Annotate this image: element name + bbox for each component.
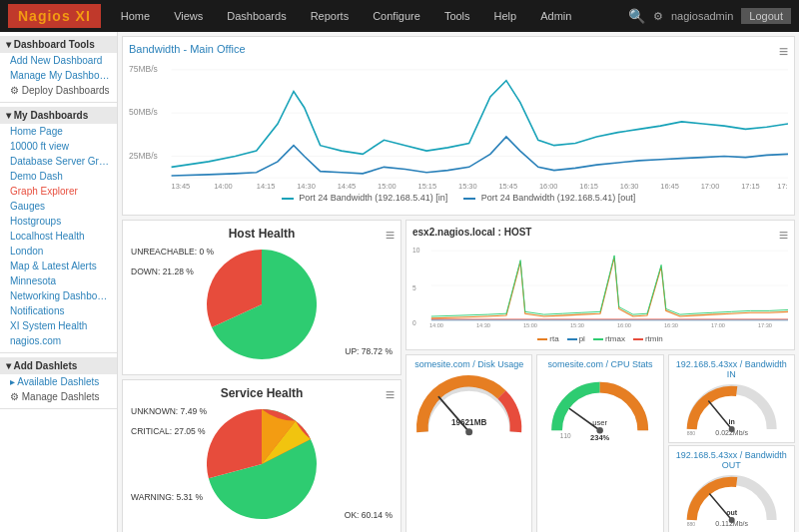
nav-configure[interactable]: Configure <box>361 4 432 28</box>
nav-home[interactable]: Home <box>109 4 162 28</box>
sidebar-manage-dashlets[interactable]: Manage Dashlets <box>0 389 117 404</box>
nav-help[interactable]: Help <box>482 4 529 28</box>
sidebar-london[interactable]: London <box>0 244 117 259</box>
nav-dashboards[interactable]: Dashboards <box>215 4 298 28</box>
svg-text:16:30: 16:30 <box>664 322 678 328</box>
svg-text:19621MB: 19621MB <box>451 418 486 427</box>
bottom-row: Host Health UNREACHABLE: 0 % <box>122 220 795 532</box>
legend-out: Port 24 Bandwidth (192.168.5.41) [out] <box>463 193 635 203</box>
legend-pl: pl <box>567 334 585 343</box>
host-health-svg <box>207 245 317 364</box>
svg-line-50 <box>709 494 731 520</box>
host-chart-svg: 10 5 0 <box>412 241 788 330</box>
nav-right: 🔍 ⚙ nagiosadmin Logout <box>628 8 791 24</box>
svg-text:17:00: 17:00 <box>711 322 725 328</box>
nav-reports[interactable]: Reports <box>299 4 362 28</box>
svg-text:17:30: 17:30 <box>758 322 772 328</box>
sidebar-demo-dash[interactable]: Demo Dash <box>0 169 117 184</box>
svg-text:50MB/s: 50MB/s <box>129 107 158 117</box>
host-health-title: Host Health <box>129 227 395 241</box>
gauges-row: somesite.com / Disk Usage <box>405 354 795 532</box>
service-critical-label: CRITICAL: 27.05 % <box>131 426 206 436</box>
host-down-label: DOWN: 21.28 % <box>131 266 194 276</box>
svg-text:16:30: 16:30 <box>620 182 639 189</box>
host-chart-dashlet: esx2.nagios.local : HOST 10 5 0 <box>405 220 795 350</box>
svg-text:110: 110 <box>560 432 571 439</box>
svg-text:15:30: 15:30 <box>570 322 584 328</box>
svg-text:880: 880 <box>686 521 695 527</box>
sidebar-localhost-health[interactable]: Localhost Health <box>0 229 117 244</box>
main-layout: ▾ Dashboard Tools Add New Dashboard Mana… <box>0 32 799 532</box>
svg-text:17:30: 17:30 <box>777 182 788 189</box>
svg-text:13:45: 13:45 <box>172 182 191 189</box>
sidebar-gauges[interactable]: Gauges <box>0 199 117 214</box>
nav-views[interactable]: Views <box>162 4 215 28</box>
disk-usage-title[interactable]: somesite.com / Disk Usage <box>410 359 527 369</box>
svg-text:14:45: 14:45 <box>338 182 357 189</box>
my-dashboards-title[interactable]: ▾ My Dashboards <box>0 107 117 124</box>
bw-in-title[interactable]: 192.168.5.43xx / Bandwidth IN <box>673 359 790 379</box>
sidebar-hostgroups[interactable]: Hostgroups <box>0 214 117 229</box>
svg-text:15:00: 15:00 <box>378 182 397 189</box>
svg-point-38 <box>465 428 472 435</box>
service-health-dashlet: Service Health UNKNO <box>122 379 401 533</box>
svg-text:0.112Mb/s: 0.112Mb/s <box>715 520 748 527</box>
svg-text:10: 10 <box>412 247 420 254</box>
host-chart-menu[interactable] <box>779 227 788 245</box>
sidebar-map-alerts[interactable]: Map & Latest Alerts <box>0 259 117 273</box>
add-dashlets-title[interactable]: ▾ Add Dashlets <box>0 357 117 374</box>
sidebar-available-dashlets[interactable]: Available Dashlets <box>0 374 117 389</box>
dashboard-tools-section: ▾ Dashboard Tools Add New Dashboard Mana… <box>0 32 117 103</box>
sidebar-xi-system[interactable]: XI System Health <box>0 318 117 333</box>
cpu-gauge-svg: user 110 234% <box>541 371 658 441</box>
svg-text:15:00: 15:00 <box>523 322 537 328</box>
logout-button[interactable]: Logout <box>741 8 791 24</box>
logo-text: Nagios <box>18 8 71 24</box>
bandwidth-menu[interactable] <box>779 43 788 61</box>
service-health-pie-area: UNKNOWN: 7.49 % CRITICAL: 27.05 % WARNIN… <box>129 404 395 524</box>
svg-text:14:30: 14:30 <box>297 182 316 189</box>
sidebar-10000ft[interactable]: 10000 ft view <box>0 139 117 154</box>
left-panels: Host Health UNREACHABLE: 0 % <box>122 220 401 532</box>
legend-in: Port 24 Bandwidth (192.168.5.41) [in] <box>282 193 448 203</box>
logo: Nagios XI <box>8 4 101 28</box>
svg-text:14:00: 14:00 <box>429 322 443 328</box>
nav-admin[interactable]: Admin <box>528 4 583 28</box>
bandwidth-dashlet: Bandwidth - Main Office 75MB/s 50MB/s 25… <box>122 36 795 216</box>
sidebar-deploy-dashboards[interactable]: Deploy Dashboards <box>0 83 117 98</box>
svg-text:16:45: 16:45 <box>660 182 679 189</box>
legend-rta: rta <box>537 334 558 343</box>
logo-suffix: XI <box>76 8 91 24</box>
nav-tools[interactable]: Tools <box>432 4 482 28</box>
bw-in-gauge: 192.168.5.43xx / Bandwidth IN in 0.022Mb… <box>668 354 795 443</box>
sidebar-home-page[interactable]: Home Page <box>0 124 117 139</box>
bw-out-title[interactable]: 192.168.5.43xx / Bandwidth OUT <box>673 450 790 470</box>
sidebar-nagios-com[interactable]: nagios.com <box>0 333 117 348</box>
bw-out-svg: out 0.112Mb/s 880 <box>673 472 790 527</box>
add-dashlets-section: ▾ Add Dashlets Available Dashlets Manage… <box>0 353 117 409</box>
right-panels: esx2.nagios.local : HOST 10 5 0 <box>405 220 795 532</box>
host-health-dashlet: Host Health UNREACHABLE: 0 % <box>122 220 401 375</box>
disk-usage-gauge: somesite.com / Disk Usage <box>405 354 532 532</box>
sidebar-manage-dashboards[interactable]: Manage My Dashboards <box>0 68 117 83</box>
sidebar-graph-explorer[interactable]: Graph Explorer <box>0 184 117 199</box>
sidebar-add-dashboard[interactable]: Add New Dashboard <box>0 53 117 68</box>
host-chart-title: esx2.nagios.local : HOST <box>412 227 788 238</box>
sidebar-database-server[interactable]: Database Server Group <box>0 154 117 169</box>
svg-text:16:00: 16:00 <box>539 182 558 189</box>
cpu-stats-title[interactable]: somesite.com / CPU Stats <box>541 359 658 369</box>
svg-text:in: in <box>728 418 734 425</box>
search-icon[interactable]: 🔍 <box>628 8 645 24</box>
sidebar-notifications[interactable]: Notifications <box>0 303 117 318</box>
host-health-menu[interactable] <box>386 227 395 245</box>
bandwidth-svg: 75MB/s 50MB/s 25MB/s 13:45 14:00 14:15 1… <box>129 59 788 189</box>
svg-text:25MB/s: 25MB/s <box>129 151 158 161</box>
top-nav: Nagios XI Home Views Dashboards Reports … <box>0 0 799 32</box>
sidebar-minnesota[interactable]: Minnesota <box>0 273 117 288</box>
sidebar-networking[interactable]: Networking Dashboard <box>0 288 117 303</box>
dashboard-tools-title[interactable]: ▾ Dashboard Tools <box>0 36 117 53</box>
svg-text:75MB/s: 75MB/s <box>129 64 158 74</box>
settings-icon[interactable]: ⚙ <box>653 10 663 23</box>
svg-text:16:00: 16:00 <box>617 322 631 328</box>
service-health-menu[interactable] <box>386 386 395 404</box>
